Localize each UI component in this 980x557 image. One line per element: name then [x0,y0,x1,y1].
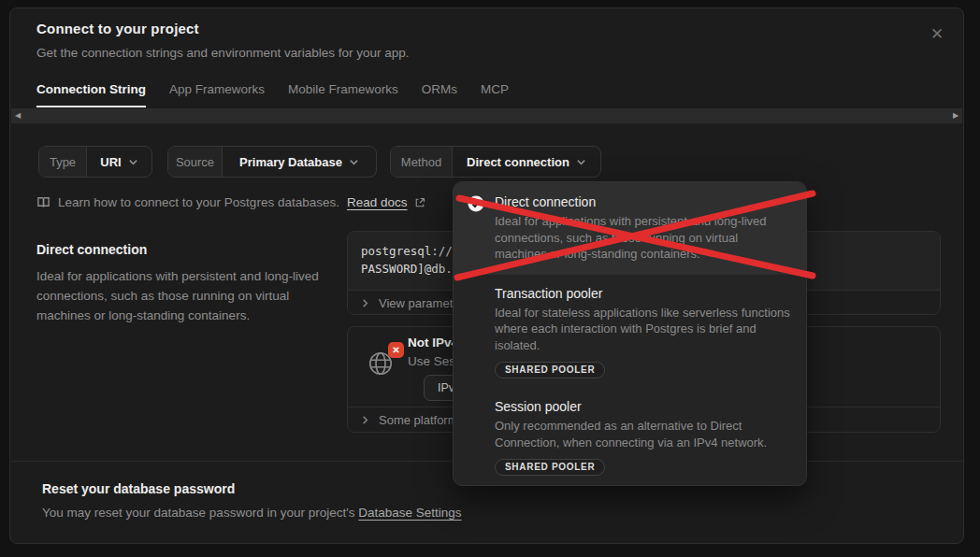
scroll-left-icon[interactable]: ◀ [11,108,24,123]
connect-dialog: Connect to your project Get the connecti… [9,7,964,544]
dropdown-option-direct-connection[interactable]: Direct connection Ideal for applications… [454,182,806,275]
chevron-right-icon [361,416,369,424]
dialog-subtitle: Get the connection strings and environme… [36,46,409,60]
type-select[interactable]: Type URI [38,146,152,178]
dropdown-option-session-pooler[interactable]: Session pooler Only recommended as an al… [454,390,806,485]
method-dropdown-menu: Direct connection Ideal for applications… [453,181,807,486]
reset-password-text: You may reset your database password in … [42,506,462,520]
chevron-down-icon [128,157,138,167]
book-icon [36,195,50,209]
read-docs-link[interactable]: Read docs [347,195,408,209]
shared-pooler-badge: SHARED POOLER [495,459,605,476]
selected-check-icon [468,195,484,212]
error-x-badge-icon: ✕ [388,342,404,358]
section-title-direct-connection: Direct connection [36,242,147,257]
dialog-title: Connect to your project [36,21,199,36]
tab-bar: Connection String App Frameworks Mobile … [36,82,509,107]
external-link-icon [414,197,425,208]
docs-note: Learn how to connect to your Postgres da… [36,195,425,209]
close-icon[interactable]: ✕ [926,23,948,46]
dropdown-option-transaction-pooler[interactable]: Transaction pooler Ideal for stateless a… [454,277,806,389]
source-select-value: Primary Database [239,155,342,169]
method-select-label: Method [391,147,453,177]
reset-password-title: Reset your database password [42,481,235,496]
chevron-right-icon [361,299,369,307]
tab-app-frameworks[interactable]: App Frameworks [169,82,265,107]
globe-icon: ✕ [367,350,395,378]
horizontal-scrollbar[interactable]: ◀ ▶ [11,108,962,123]
source-select[interactable]: Source Primary Database [167,146,377,178]
chevron-down-icon [349,157,359,167]
method-select-value: Direct connection [467,155,569,169]
tab-mobile-frameworks[interactable]: Mobile Frameworks [288,82,398,107]
source-select-label: Source [168,147,223,177]
tab-connection-string[interactable]: Connection String [36,82,146,107]
type-select-label: Type [39,147,87,177]
database-settings-link[interactable]: Database Settings [358,506,461,520]
shared-pooler-badge: SHARED POOLER [495,362,605,378]
tab-mcp[interactable]: MCP [481,82,509,107]
method-select[interactable]: Method Direct connection [390,146,601,178]
tab-orms[interactable]: ORMs [422,82,457,107]
scroll-right-icon[interactable]: ▶ [949,108,962,123]
type-select-value: URI [100,155,121,169]
section-description: Ideal for applications with persistent a… [36,266,322,325]
docs-note-text: Learn how to connect to your Postgres da… [58,195,339,209]
chevron-down-icon [576,157,586,167]
